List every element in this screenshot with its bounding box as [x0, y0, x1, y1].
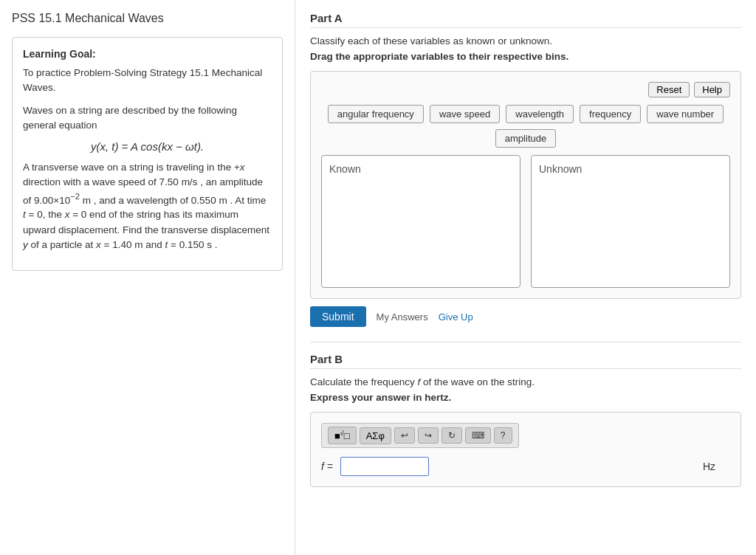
fraction-icon: ■√□ [334, 430, 350, 441]
unknown-bin-label: Unknown [539, 163, 722, 175]
reset-button[interactable]: Reset [648, 82, 690, 97]
refresh-icon: ↻ [448, 430, 456, 441]
part-b-instruction-bold: Express your answer in hertz. [310, 392, 741, 403]
editor-toolbar: ■√□ ΑΣφ ↩ ↪ ↻ ⌨ ? [321, 423, 519, 448]
learning-text-1: To practice Problem-Solving Strategy 15.… [23, 66, 272, 96]
learning-goal-label: Learning Goal: [23, 48, 272, 60]
right-panel: Part A Classify each of these variables … [295, 0, 756, 555]
frequency-input[interactable] [340, 457, 429, 476]
learning-box: Learning Goal: To practice Problem-Solvi… [12, 37, 283, 271]
chip-amplitude[interactable]: amplitude [495, 129, 556, 148]
left-panel: PSS 15.1 Mechanical Waves Learning Goal:… [0, 0, 295, 555]
variables-row: angular frequency wave speed wavelength … [321, 105, 730, 123]
part-b-instruction: Calculate the frequency f of the wave on… [310, 376, 741, 387]
equation-display: y(x, t) = A cos(kx − ωt). [23, 140, 272, 153]
learning-text-3: A transverse wave on a string is traveli… [23, 160, 272, 252]
help-toolbar-icon: ? [501, 430, 506, 441]
give-up-link[interactable]: Give Up [439, 311, 473, 323]
drag-drop-area: Reset Help angular frequency wave speed … [310, 71, 741, 299]
divider [310, 342, 741, 342]
part-b-box: ■√□ ΑΣφ ↩ ↪ ↻ ⌨ ? [310, 412, 741, 487]
unit-label: Hz [703, 461, 730, 472]
submit-button[interactable]: Submit [310, 306, 366, 327]
answer-label: f = [321, 461, 333, 472]
redo-icon: ↪ [425, 430, 432, 441]
symbol-icon: ΑΣφ [366, 430, 385, 441]
part-a-instruction: Classify each of these variables as know… [310, 35, 741, 46]
page-title: PSS 15.1 Mechanical Waves [12, 12, 283, 25]
amplitude-row: amplitude [321, 129, 730, 148]
help-toolbar-button[interactable]: ? [494, 427, 512, 444]
reset-help-row: Reset Help [321, 82, 730, 97]
part-b-section: Part B Calculate the frequency f of the … [310, 353, 741, 487]
part-b-header: Part B [310, 353, 741, 369]
redo-button[interactable]: ↪ [418, 427, 439, 444]
keyboard-icon: ⌨ [472, 430, 484, 441]
fraction-button[interactable]: ■√□ [328, 427, 357, 444]
learning-text-2: Waves on a string are described by the f… [23, 103, 272, 134]
symbol-button[interactable]: ΑΣφ [360, 427, 391, 444]
refresh-button[interactable]: ↻ [441, 427, 462, 444]
known-bin[interactable]: Known [321, 155, 520, 288]
part-a-header: Part A [310, 12, 741, 28]
unknown-bin[interactable]: Unknown [531, 155, 730, 288]
known-bin-label: Known [329, 163, 512, 175]
undo-icon: ↩ [401, 430, 408, 441]
keyboard-button[interactable]: ⌨ [465, 427, 491, 444]
part-a-instruction-bold: Drag the appropriate variables to their … [310, 51, 741, 62]
chip-wave-number[interactable]: wave number [647, 105, 724, 123]
part-a-section: Part A Classify each of these variables … [310, 12, 741, 327]
my-answers-label: My Answers [377, 311, 428, 323]
submit-row: Submit My Answers Give Up [310, 306, 741, 327]
help-button[interactable]: Help [694, 82, 730, 97]
bins-row: Known Unknown [321, 155, 730, 288]
chip-wavelength[interactable]: wavelength [506, 105, 574, 123]
chip-frequency[interactable]: frequency [580, 105, 641, 123]
chip-wave-speed[interactable]: wave speed [430, 105, 500, 123]
answer-row: f = Hz [321, 457, 730, 476]
undo-button[interactable]: ↩ [394, 427, 415, 444]
chip-angular-frequency[interactable]: angular frequency [328, 105, 424, 123]
